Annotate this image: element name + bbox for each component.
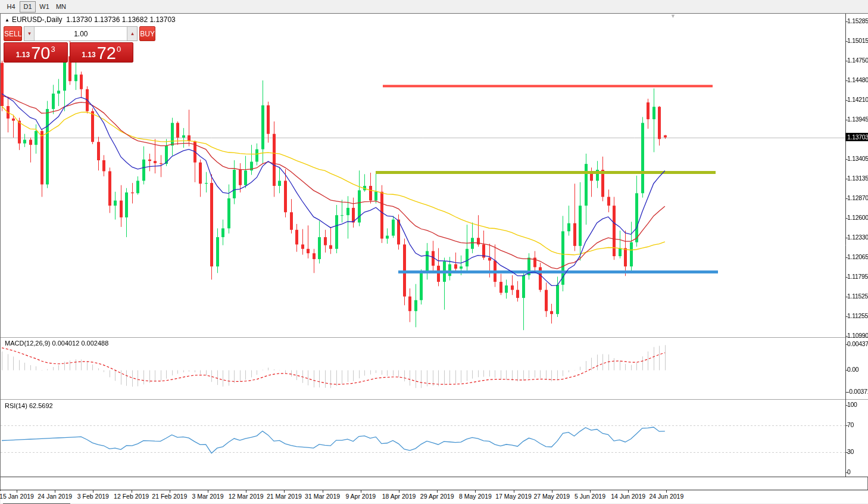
trading-platform: H4D1W1MN 15 Jan 201924 Jan 20193 Feb 201… [0,0,868,504]
collapse-panel-icon[interactable]: ▲ [5,17,10,23]
volume-input[interactable] [35,27,127,41]
date-axis-label: 21 Feb 2019 [152,493,187,500]
timeframe-button-w1[interactable]: W1 [36,1,52,13]
buy-price-prefix: 1.13 [82,51,95,59]
timeframe-button-mn[interactable]: MN [53,1,69,13]
date-axis-label: 8 May 2019 [459,493,492,500]
macd-axis-tick: 0.00 [847,366,868,373]
volume-spinner: ▼ ▲ [24,26,138,41]
price-axis-tick: 1.13405 [847,155,868,162]
price-axis-tick: 1.11525 [847,293,868,300]
sell-price-pipette: 3 [51,45,55,54]
date-axis-label: 12 Feb 2019 [114,493,149,500]
price-axis-tick: 1.12600 [847,214,868,221]
buy-price-big: 72 [97,45,116,61]
date-axis-label: 12 Mar 2019 [229,493,264,500]
rsi-axis-tick: 30 [847,448,868,455]
price-axis-tick: 1.12870 [847,194,868,201]
quick-trade-collapse-icon[interactable]: ▼ [670,13,676,19]
date-axis-label: 21 Mar 2019 [267,493,302,500]
date-axis-label: 3 Feb 2019 [77,493,109,500]
date-axis-label: 15 Jan 2019 [0,493,34,500]
sell-button[interactable]: SELL [4,26,22,41]
price-axis-tick: 1.13945 [847,116,868,123]
price-axis-tick: 1.15285 [847,17,868,24]
sell-price-prefix: 1.13 [16,51,30,59]
macd-axis-tick: -0.00371 [847,388,868,395]
date-axis-label: 18 Apr 2019 [382,493,416,500]
price-axis-tick: 1.14480 [847,76,868,83]
price-axis-tick: 1.14750 [847,57,868,64]
date-axis-label: 31 Mar 2019 [305,493,340,500]
date-axis-label: 27 May 2019 [533,493,570,500]
rsi-indicator-label: RSI(14) 62.5692 [5,402,53,409]
sell-price-big: 70 [31,45,50,61]
price-chart-canvas[interactable] [1,14,868,477]
one-click-trade-panel: SELL ▼ ▲ BUY 1.13 70 3 1.13 72 0 [4,26,133,63]
buy-price-display[interactable]: 1.13 72 0 [70,42,134,63]
timeframe-toolbar: H4D1W1MN [0,0,868,13]
macd-indicator-label: MACD(12,26,9) 0.004012 0.002488 [5,340,108,347]
price-axis-tick: 1.14210 [847,96,868,103]
price-axis-tick: 1.15015 [847,37,868,44]
chart-window: 15 Jan 201924 Jan 20193 Feb 201912 Feb 2… [0,13,868,490]
date-axis-label: 17 May 2019 [495,493,532,500]
date-axis-label: 24 Jun 2019 [649,493,683,500]
current-price-tag: 1.13703 [845,133,868,141]
buy-price-pipette: 0 [117,45,121,54]
price-axis-tick: 1.12330 [847,234,868,241]
price-axis-tick: 1.10990 [847,332,868,339]
chart-title: ▲EURUSD-,Daily 1.13730 1.13736 1.13682 1… [5,15,176,24]
sell-price-display[interactable]: 1.13 70 3 [4,42,68,63]
rsi-axis-tick: 0 [847,468,868,475]
buy-button[interactable]: BUY [139,26,155,41]
date-axis-label: 29 Apr 2019 [420,493,454,500]
volume-decrease-icon[interactable]: ▼ [24,27,35,41]
price-axis-tick: 1.13135 [847,175,868,182]
macd-axis-tick: 0.004375 [847,340,868,347]
date-axis-label: 9 Apr 2019 [345,493,376,500]
price-axis-tick: 1.11795 [847,273,868,280]
chart-ohlc-values: 1.13730 1.13736 1.13682 1.13703 [66,15,176,24]
volume-increase-icon[interactable]: ▲ [127,27,137,41]
date-axis-label: 3 Mar 2019 [192,493,223,500]
price-axis-tick: 1.12065 [847,253,868,260]
chart-symbol-label: EURUSD-,Daily [12,15,63,24]
date-axis-label: 24 Jan 2019 [38,493,72,500]
date-axis-label: 5 Jun 2019 [574,493,605,500]
rsi-axis-tick: 100 [847,401,868,408]
date-axis-label: 14 Jun 2019 [611,493,645,500]
rsi-axis-tick: 70 [847,421,868,428]
price-axis-tick: 1.11255 [847,312,868,319]
date-axis: 15 Jan 201924 Jan 20193 Feb 201912 Feb 2… [1,490,868,503]
timeframe-button-h4[interactable]: H4 [3,1,19,13]
timeframe-button-d1[interactable]: D1 [20,1,36,13]
